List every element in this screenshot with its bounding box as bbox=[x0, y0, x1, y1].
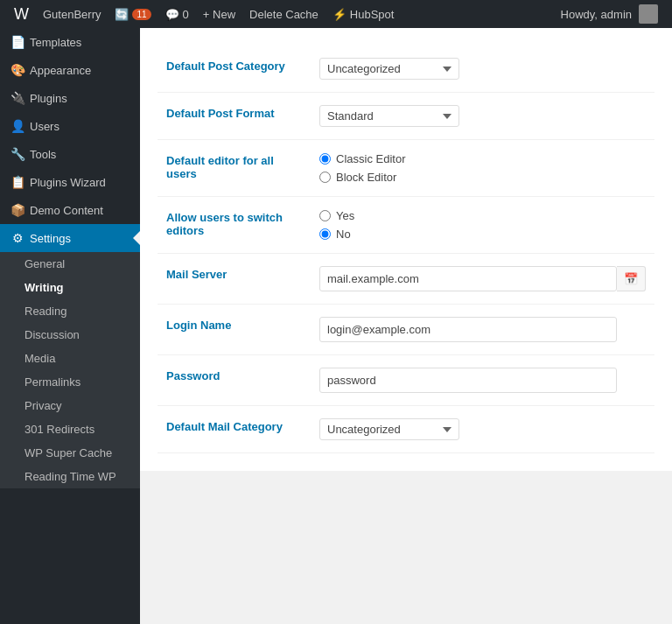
mail-server-label: Mail Server bbox=[166, 268, 227, 281]
block-editor-radio[interactable] bbox=[319, 172, 331, 183]
classic-editor-option[interactable]: Classic Editor bbox=[319, 152, 646, 165]
updates-icon: 🔄 bbox=[115, 8, 129, 21]
sidebar-nav: 📄 Templates 🎨 Appearance 🔌 Plugins 👤 Use… bbox=[0, 28, 140, 252]
default-editor-radio-group: Classic Editor Block Editor bbox=[319, 152, 646, 184]
new-button[interactable]: + New bbox=[196, 0, 242, 28]
block-editor-option[interactable]: Block Editor bbox=[319, 171, 646, 184]
templates-icon: 📄 bbox=[10, 35, 24, 49]
table-row: Default Post Category Uncategorized bbox=[158, 46, 654, 93]
tools-icon: 🔧 bbox=[10, 147, 24, 161]
default-mail-category-select[interactable]: Uncategorized bbox=[319, 418, 459, 440]
mail-server-field-group: 📅 bbox=[319, 266, 646, 291]
wp-logo: W bbox=[7, 5, 36, 24]
table-row: Default Post Format Standard Aside Chat … bbox=[158, 93, 654, 140]
switch-no-option[interactable]: No bbox=[319, 228, 646, 241]
submenu-301-redirects[interactable]: 301 Redirects bbox=[0, 417, 140, 441]
submenu-wp-super-cache[interactable]: WP Super Cache bbox=[0, 441, 140, 465]
admin-bar: W GutenBerry 🔄 11 💬 0 + New Delete Cache… bbox=[0, 0, 672, 28]
submenu-general[interactable]: General bbox=[0, 252, 140, 276]
default-mail-category-label: Default Mail Category bbox=[166, 420, 283, 433]
demo-content-icon: 📦 bbox=[10, 203, 24, 217]
hubspot-icon: ⚡ bbox=[332, 8, 346, 21]
switch-yes-radio[interactable] bbox=[319, 210, 331, 221]
settings-form: Default Post Category Uncategorized Defa… bbox=[140, 28, 672, 471]
settings-icon: ⚙ bbox=[10, 231, 24, 245]
table-row: Allow users to switch editors Yes No bbox=[158, 197, 654, 254]
sidebar-item-settings[interactable]: ⚙ Settings bbox=[0, 224, 140, 252]
users-icon: 👤 bbox=[10, 119, 24, 133]
table-row: Mail Server 📅 bbox=[158, 254, 654, 305]
sidebar-item-plugins[interactable]: 🔌 Plugins bbox=[0, 84, 140, 112]
password-label: Password bbox=[166, 369, 220, 382]
table-row: Login Name bbox=[158, 305, 654, 355]
table-row: Default Mail Category Uncategorized bbox=[158, 406, 654, 453]
sidebar-item-templates[interactable]: 📄 Templates bbox=[0, 28, 140, 56]
content-area: Default Post Category Uncategorized Defa… bbox=[140, 28, 672, 624]
mail-server-input[interactable] bbox=[319, 266, 617, 291]
switch-yes-option[interactable]: Yes bbox=[319, 209, 646, 222]
sidebar-item-demo-content[interactable]: 📦 Demo Content bbox=[0, 196, 140, 224]
calendar-icon: 📅 bbox=[624, 272, 638, 285]
default-post-category-label: Default Post Category bbox=[166, 60, 285, 73]
login-name-label: Login Name bbox=[166, 319, 231, 332]
default-post-format-label: Default Post Format bbox=[166, 107, 275, 120]
submenu-reading[interactable]: Reading bbox=[0, 299, 140, 323]
sidebar-item-plugins-wizard[interactable]: 📋 Plugins Wizard bbox=[0, 168, 140, 196]
table-row: Default editor for all users Classic Edi… bbox=[158, 140, 654, 197]
delete-cache-button[interactable]: Delete Cache bbox=[242, 0, 326, 28]
table-row: Password bbox=[158, 355, 654, 406]
submenu-permalinks[interactable]: Permalinks bbox=[0, 370, 140, 394]
sidebar-item-tools[interactable]: 🔧 Tools bbox=[0, 140, 140, 168]
allow-switch-label: Allow users to switch editors bbox=[166, 211, 283, 237]
submenu-privacy[interactable]: Privacy bbox=[0, 394, 140, 417]
sidebar: 📄 Templates 🎨 Appearance 🔌 Plugins 👤 Use… bbox=[0, 28, 140, 624]
howdy-menu[interactable]: Howdy, admin bbox=[554, 0, 665, 28]
login-name-input[interactable] bbox=[319, 317, 617, 342]
plugins-icon: 🔌 bbox=[10, 91, 24, 105]
comments-button[interactable]: 💬 0 bbox=[158, 0, 196, 28]
allow-switch-radio-group: Yes No bbox=[319, 209, 646, 241]
sidebar-item-appearance[interactable]: 🎨 Appearance bbox=[0, 56, 140, 84]
settings-submenu: General Writing Reading Discussion Media… bbox=[0, 252, 140, 488]
default-post-category-select[interactable]: Uncategorized bbox=[319, 58, 459, 80]
hubspot-button[interactable]: ⚡ HubSpot bbox=[326, 0, 402, 28]
settings-table: Default Post Category Uncategorized Defa… bbox=[158, 46, 654, 453]
submenu-writing[interactable]: Writing bbox=[0, 276, 140, 299]
comments-icon: 💬 bbox=[165, 8, 179, 21]
classic-editor-radio[interactable] bbox=[319, 153, 331, 165]
default-editor-label: Default editor for all users bbox=[166, 154, 274, 180]
site-name[interactable]: GutenBerry bbox=[36, 0, 108, 28]
updates-button[interactable]: 🔄 11 bbox=[108, 0, 158, 28]
sidebar-item-users[interactable]: 👤 Users bbox=[0, 112, 140, 140]
submenu-media[interactable]: Media bbox=[0, 347, 140, 370]
avatar bbox=[639, 4, 658, 24]
appearance-icon: 🎨 bbox=[10, 63, 24, 77]
submenu-discussion[interactable]: Discussion bbox=[0, 323, 140, 347]
plugins-wizard-icon: 📋 bbox=[10, 175, 24, 189]
submenu-reading-time-wp[interactable]: Reading Time WP bbox=[0, 465, 140, 488]
password-input[interactable] bbox=[319, 368, 617, 393]
default-post-format-select[interactable]: Standard Aside Chat Gallery Link Image Q… bbox=[319, 105, 459, 127]
switch-no-radio[interactable] bbox=[319, 228, 331, 240]
mail-server-icon-btn[interactable]: 📅 bbox=[617, 266, 646, 291]
main-layout: 📄 Templates 🎨 Appearance 🔌 Plugins 👤 Use… bbox=[0, 28, 672, 624]
